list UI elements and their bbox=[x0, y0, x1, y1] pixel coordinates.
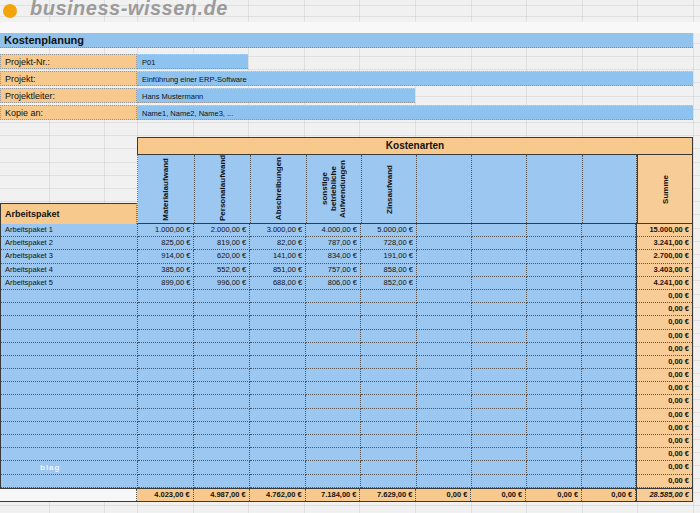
cell-value[interactable] bbox=[194, 395, 250, 408]
cell-value[interactable] bbox=[527, 461, 583, 474]
cell-value[interactable] bbox=[527, 224, 583, 237]
totals-cell[interactable]: 4.987,00 € bbox=[194, 489, 250, 501]
cell-value[interactable]: 852,00 € bbox=[361, 277, 417, 290]
cell-arbeitspaket[interactable] bbox=[1, 343, 138, 356]
cell-summe[interactable]: 0,00 € bbox=[636, 409, 692, 422]
cell-value[interactable] bbox=[138, 409, 195, 422]
cell-value[interactable]: 552,00 € bbox=[194, 264, 250, 277]
cell-value[interactable]: 191,00 € bbox=[361, 250, 417, 263]
cell-value[interactable] bbox=[472, 277, 527, 290]
cell-value[interactable] bbox=[306, 461, 361, 474]
cell-summe[interactable]: 0,00 € bbox=[636, 343, 692, 356]
cell-arbeitspaket[interactable] bbox=[1, 316, 138, 329]
cell-value[interactable] bbox=[527, 409, 583, 422]
cell-value[interactable] bbox=[527, 277, 583, 290]
cell-value[interactable] bbox=[417, 330, 472, 343]
cell-value[interactable] bbox=[417, 237, 472, 250]
cell-value[interactable] bbox=[582, 461, 636, 474]
cell-value[interactable]: 4.000,00 € bbox=[306, 224, 361, 237]
cell-value[interactable] bbox=[194, 382, 250, 395]
cell-value[interactable] bbox=[361, 369, 417, 382]
cell-value[interactable] bbox=[194, 422, 250, 435]
cell-value[interactable]: 858,00 € bbox=[361, 264, 417, 277]
cell-value[interactable] bbox=[527, 290, 583, 303]
cell-value[interactable] bbox=[582, 422, 636, 435]
cell-value[interactable] bbox=[250, 382, 306, 395]
cell-value[interactable] bbox=[138, 303, 195, 316]
cell-arbeitspaket[interactable] bbox=[1, 290, 138, 303]
cell-arbeitspaket[interactable] bbox=[1, 369, 138, 382]
cell-value[interactable] bbox=[582, 409, 636, 422]
cell-value[interactable] bbox=[138, 395, 195, 408]
column-header-1[interactable]: Materialaufwand bbox=[138, 155, 195, 223]
column-header-3[interactable]: Abschreibungen bbox=[251, 155, 307, 223]
cell-value[interactable] bbox=[527, 382, 583, 395]
cell-value[interactable]: 787,00 € bbox=[306, 237, 361, 250]
cell-value[interactable]: 851,00 € bbox=[250, 264, 306, 277]
cell-value[interactable] bbox=[582, 369, 636, 382]
cell-value[interactable] bbox=[527, 448, 583, 461]
cell-value[interactable] bbox=[582, 343, 636, 356]
cell-value[interactable]: 834,00 € bbox=[306, 250, 361, 263]
totals-blank-cell[interactable] bbox=[0, 489, 137, 501]
cell-value[interactable] bbox=[194, 369, 250, 382]
cell-value[interactable] bbox=[194, 356, 250, 369]
cell-summe[interactable]: 0,00 € bbox=[636, 395, 692, 408]
column-header-6[interactable] bbox=[417, 155, 472, 223]
field-projektleiter[interactable]: Hans Mustermann bbox=[137, 88, 415, 103]
cell-value[interactable] bbox=[527, 316, 583, 329]
cell-value[interactable] bbox=[582, 250, 636, 263]
totals-cell[interactable]: 4.762,00 € bbox=[250, 489, 306, 501]
cell-summe[interactable]: 0,00 € bbox=[636, 330, 692, 343]
cell-value[interactable] bbox=[361, 356, 417, 369]
column-header-9[interactable] bbox=[583, 155, 637, 223]
cell-arbeitspaket[interactable]: Arbeitspaket 1 bbox=[1, 224, 138, 237]
cell-value[interactable] bbox=[472, 330, 527, 343]
cell-value[interactable] bbox=[306, 435, 361, 448]
cell-value[interactable] bbox=[582, 475, 636, 488]
cell-value[interactable] bbox=[417, 250, 472, 263]
cell-value[interactable] bbox=[306, 290, 361, 303]
cell-value[interactable] bbox=[250, 303, 306, 316]
cell-value[interactable] bbox=[361, 461, 417, 474]
cell-value[interactable] bbox=[361, 475, 417, 488]
cell-value[interactable] bbox=[306, 330, 361, 343]
cell-value[interactable] bbox=[417, 409, 472, 422]
cell-value[interactable] bbox=[194, 290, 250, 303]
cell-value[interactable] bbox=[472, 382, 527, 395]
cell-value[interactable] bbox=[417, 382, 472, 395]
cell-summe[interactable]: 0,00 € bbox=[636, 369, 692, 382]
cell-value[interactable] bbox=[417, 395, 472, 408]
cell-value[interactable] bbox=[582, 316, 636, 329]
cell-value[interactable]: 688,00 € bbox=[250, 277, 306, 290]
cell-value[interactable]: 82,00 € bbox=[250, 237, 306, 250]
grand-total-cell[interactable]: 28.585,00 € bbox=[636, 489, 692, 501]
cell-arbeitspaket[interactable] bbox=[1, 422, 138, 435]
cell-summe[interactable]: 15.000,00 € bbox=[636, 224, 692, 237]
cell-value[interactable] bbox=[361, 330, 417, 343]
cell-value[interactable]: 2.000,00 € bbox=[194, 224, 250, 237]
cell-value[interactable] bbox=[417, 290, 472, 303]
cell-value[interactable] bbox=[306, 356, 361, 369]
cell-value[interactable]: 728,00 € bbox=[361, 237, 417, 250]
cell-value[interactable] bbox=[250, 448, 306, 461]
cell-value[interactable] bbox=[361, 395, 417, 408]
cell-value[interactable] bbox=[527, 395, 583, 408]
cell-value[interactable] bbox=[472, 316, 527, 329]
cell-value[interactable]: 141,00 € bbox=[250, 250, 306, 263]
cell-arbeitspaket[interactable]: Arbeitspaket 4 bbox=[1, 264, 138, 277]
cell-summe[interactable]: 0,00 € bbox=[636, 382, 692, 395]
cell-value[interactable] bbox=[250, 435, 306, 448]
cell-value[interactable] bbox=[527, 422, 583, 435]
column-header-8[interactable] bbox=[527, 155, 583, 223]
cell-arbeitspaket[interactable] bbox=[1, 382, 138, 395]
cell-value[interactable] bbox=[472, 264, 527, 277]
cell-value[interactable] bbox=[250, 356, 306, 369]
totals-cell[interactable]: 7.629,00 € bbox=[360, 489, 416, 501]
cell-value[interactable] bbox=[138, 316, 195, 329]
cell-arbeitspaket[interactable]: Arbeitspaket 2 bbox=[1, 237, 138, 250]
cell-value[interactable] bbox=[250, 330, 306, 343]
column-header-7[interactable] bbox=[472, 155, 527, 223]
cell-arbeitspaket[interactable] bbox=[1, 448, 138, 461]
cell-value[interactable] bbox=[250, 422, 306, 435]
